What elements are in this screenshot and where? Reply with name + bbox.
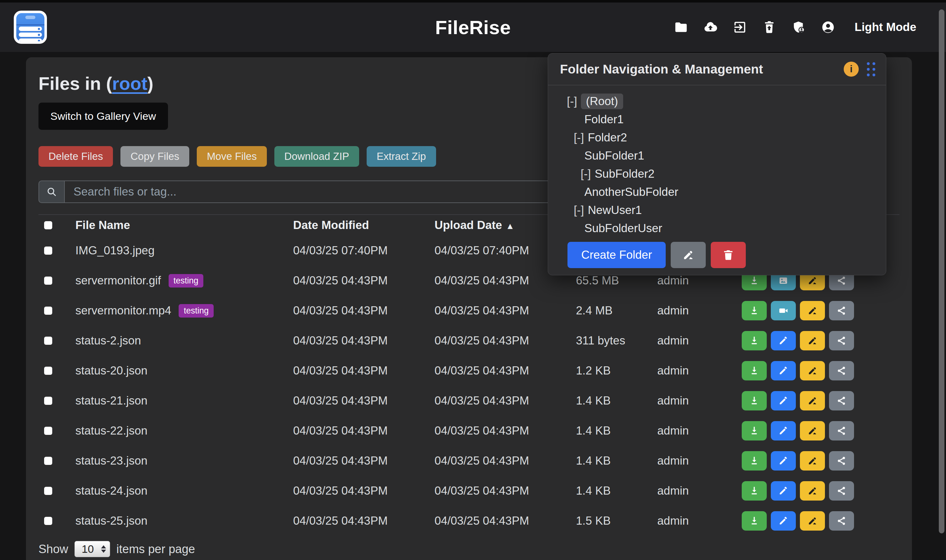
tag-button[interactable] bbox=[800, 481, 825, 500]
page-scrollbar[interactable] bbox=[939, 9, 944, 534]
edit-file-button[interactable] bbox=[771, 391, 796, 411]
edit-file-button[interactable] bbox=[771, 481, 796, 500]
folder-navigation-panel: Folder Navigation & Management i [-](Roo… bbox=[548, 53, 886, 275]
column-header-name[interactable]: File Name bbox=[75, 219, 293, 232]
uploader: admin bbox=[657, 364, 742, 377]
file-name[interactable]: status-24.json bbox=[75, 484, 147, 497]
share-button[interactable] bbox=[829, 421, 854, 440]
edit-file-button[interactable] bbox=[771, 421, 796, 440]
file-name[interactable]: IMG_0193.jpeg bbox=[75, 244, 155, 257]
download-button[interactable] bbox=[742, 421, 767, 440]
tree-item-subfolder2[interactable]: [-]SubFolder2 bbox=[567, 165, 874, 183]
info-icon[interactable]: i bbox=[844, 62, 859, 77]
tree-item-root[interactable]: [-](Root) bbox=[567, 92, 874, 111]
create-folder-button[interactable]: Create Folder bbox=[568, 242, 666, 268]
download-button[interactable] bbox=[742, 451, 767, 471]
download-button[interactable] bbox=[742, 361, 767, 380]
column-header-modified[interactable]: Date Modified bbox=[293, 219, 435, 232]
row-checkbox[interactable] bbox=[44, 306, 52, 315]
share-button[interactable] bbox=[829, 511, 854, 531]
file-name[interactable]: status-20.json bbox=[75, 364, 147, 377]
edit-file-button[interactable] bbox=[771, 511, 796, 531]
filerise-logo[interactable] bbox=[14, 11, 47, 44]
move-files-button[interactable]: Move Files bbox=[197, 146, 267, 167]
row-checkbox[interactable] bbox=[44, 277, 52, 285]
row-checkbox[interactable] bbox=[44, 337, 52, 345]
download-button[interactable] bbox=[742, 331, 767, 351]
folder-panel-header: Folder Navigation & Management i bbox=[548, 54, 886, 85]
select-all-checkbox[interactable] bbox=[44, 221, 52, 229]
exit-icon[interactable] bbox=[732, 19, 748, 35]
copy-files-button[interactable]: Copy Files bbox=[120, 146, 189, 167]
file-name[interactable]: status-22.json bbox=[75, 424, 147, 437]
rename-folder-button[interactable] bbox=[671, 242, 706, 268]
share-button[interactable] bbox=[829, 331, 854, 351]
switch-gallery-view-button[interactable]: Switch to Gallery View bbox=[38, 103, 168, 130]
share-button[interactable] bbox=[829, 451, 854, 471]
tree-item-anothersubfolder[interactable]: AnotherSubFolder bbox=[567, 183, 874, 201]
file-name[interactable]: status-25.json bbox=[75, 514, 147, 528]
delete-folder-button[interactable] bbox=[711, 242, 746, 268]
uploader: admin bbox=[657, 514, 742, 528]
tree-item-folder1[interactable]: Folder1 bbox=[567, 111, 874, 129]
collapse-toggle[interactable]: [-] bbox=[574, 204, 584, 217]
drag-handle-icon[interactable] bbox=[867, 62, 875, 76]
table-row: status-20.json 04/03/25 04:43PM 04/03/25… bbox=[38, 356, 899, 386]
tag-button[interactable] bbox=[800, 421, 825, 440]
collapse-toggle[interactable]: [-] bbox=[574, 131, 584, 144]
tree-item-subfolder1[interactable]: SubFolder1 bbox=[567, 147, 874, 165]
date-modified: 04/03/25 07:40PM bbox=[293, 244, 435, 257]
uploader: admin bbox=[657, 454, 742, 468]
file-name[interactable]: servermonitor.mp4 bbox=[75, 304, 171, 317]
file-name[interactable]: status-23.json bbox=[75, 454, 147, 468]
edit-file-button[interactable] bbox=[771, 361, 796, 380]
tag-button[interactable] bbox=[800, 331, 825, 351]
folder-icon[interactable] bbox=[673, 19, 689, 35]
theme-toggle[interactable]: Light Mode bbox=[855, 21, 916, 34]
download-button[interactable] bbox=[742, 391, 767, 411]
extract-zip-button[interactable]: Extract Zip bbox=[367, 146, 436, 167]
items-per-page-select[interactable]: 10 bbox=[74, 541, 110, 557]
restore-trash-icon[interactable] bbox=[761, 19, 777, 35]
share-button[interactable] bbox=[829, 391, 854, 411]
tree-item-newuser1[interactable]: [-]NewUser1 bbox=[567, 201, 874, 219]
collapse-toggle[interactable]: [-] bbox=[567, 95, 577, 108]
row-checkbox[interactable] bbox=[44, 367, 52, 375]
share-button[interactable] bbox=[829, 301, 854, 320]
share-button[interactable] bbox=[829, 481, 854, 500]
file-name[interactable]: servermonitor.gif bbox=[75, 274, 161, 287]
file-name[interactable]: status-21.json bbox=[75, 394, 147, 407]
row-checkbox[interactable] bbox=[44, 246, 52, 255]
date-modified: 04/03/25 04:43PM bbox=[293, 364, 435, 377]
download-button[interactable] bbox=[742, 301, 767, 320]
tree-item-subfolderuser[interactable]: SubFolderUser bbox=[567, 219, 874, 237]
cloud-upload-icon[interactable] bbox=[703, 19, 718, 35]
delete-files-button[interactable]: Delete Files bbox=[38, 146, 113, 167]
row-checkbox[interactable] bbox=[44, 517, 52, 525]
download-button[interactable] bbox=[742, 481, 767, 500]
row-checkbox[interactable] bbox=[44, 487, 52, 495]
tag-button[interactable] bbox=[800, 451, 825, 471]
edit-file-button[interactable] bbox=[771, 451, 796, 471]
preview-video-button[interactable] bbox=[771, 301, 796, 320]
tag-button[interactable] bbox=[800, 301, 825, 320]
tag-button[interactable] bbox=[800, 391, 825, 411]
download-zip-button[interactable]: Download ZIP bbox=[274, 146, 359, 167]
row-checkbox[interactable] bbox=[44, 427, 52, 435]
download-button[interactable] bbox=[742, 511, 767, 531]
account-icon[interactable] bbox=[820, 19, 836, 35]
tag-button[interactable] bbox=[800, 511, 825, 531]
table-row: status-25.json 04/03/25 04:43PM 04/03/25… bbox=[38, 506, 899, 536]
file-name[interactable]: status-2.json bbox=[75, 334, 141, 347]
row-checkbox[interactable] bbox=[44, 397, 52, 405]
share-button[interactable] bbox=[829, 361, 854, 380]
row-checkbox[interactable] bbox=[44, 457, 52, 465]
root-folder-link[interactable]: root bbox=[112, 73, 147, 94]
tree-item-folder2[interactable]: [-]Folder2 bbox=[567, 129, 874, 147]
collapse-toggle[interactable]: [-] bbox=[581, 168, 591, 180]
search-icon[interactable] bbox=[38, 180, 64, 203]
tag-button[interactable] bbox=[800, 361, 825, 380]
uploader: admin bbox=[657, 304, 742, 317]
shield-user-icon[interactable] bbox=[791, 19, 806, 35]
edit-file-button[interactable] bbox=[771, 331, 796, 351]
